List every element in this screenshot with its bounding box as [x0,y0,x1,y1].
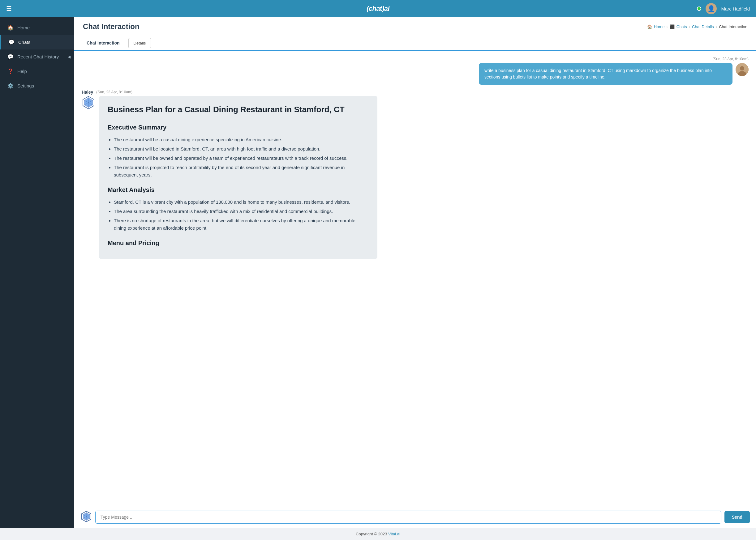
svg-point-1 [740,66,744,70]
send-button[interactable]: Send [724,511,750,523]
chat-icon: 💬 [8,39,15,45]
ai-time: (Sun, 23 Apr, 8:10am) [96,90,132,94]
breadcrumb-chats-link[interactable]: Chats [676,24,687,29]
footer-text: Copyright © 2023 [356,532,388,536]
home-icon: 🏠 [7,25,14,31]
list-item: There is no shortage of restaurants in t… [114,217,369,232]
history-icon: 💬 [7,54,14,60]
sidebar-item-recent[interactable]: 💬 Recent Chat History ◀ [0,50,74,64]
message-input[interactable] [95,511,721,524]
sidebar-item-label: Chats [18,40,30,45]
chat-tabs: Chat Interaction Details [74,36,756,51]
ai-message-header: Haley (Sun, 23 Apr, 8:10am) [82,90,749,94]
sidebar-item-label: Home [17,25,30,30]
sidebar-item-label: Help [17,68,27,74]
sidebar-item-chats[interactable]: 💬 Chats [0,35,74,50]
tab-details-button[interactable]: Details [128,38,151,48]
breadcrumb-chatdetails-link[interactable]: Chat Details [692,24,714,29]
ai-response-title: Business Plan for a Casual Dining Restau… [108,103,369,116]
ai-message-row: Business Plan for a Casual Dining Restau… [82,96,749,259]
breadcrumb: 🏠 Home › ⬛ Chats › Chat Details › Chat I… [647,24,747,29]
ai-name: Haley [82,90,93,94]
sidebar: 🏠 Home 💬 Chats 💬 Recent Chat History ◀ ❓… [0,17,74,528]
footer-link[interactable]: Vital.ai [388,532,400,536]
breadcrumb-current: Chat Interaction [719,24,747,29]
navbar: ☰ (chat)ai 👤 Marc Hadfield [0,0,756,17]
collapse-icon: ◀ [68,55,71,59]
ai-message-wrapper: Haley (Sun, 23 Apr, 8:10am) [82,90,749,259]
help-icon: ❓ [7,68,14,74]
brand-logo: (chat)ai [367,5,389,12]
user-avatar [736,63,749,76]
breadcrumb-sep-2: › [689,24,690,29]
user-message-wrapper: (Sun, 23 Apr, 8:10am) write a business p… [82,57,749,85]
ai-section-menu-pricing: Menu and Pricing [108,238,369,248]
chat-input-area: Send [74,506,756,528]
breadcrumb-sep-1: › [666,24,667,29]
list-item: The restaurant will be a casual dining e… [114,136,369,143]
online-status-dot [697,7,701,11]
navbar-right: 👤 Marc Hadfield [697,3,750,14]
sidebar-item-label: Recent Chat History [17,54,59,59]
ai-section-executive-summary-list: The restaurant will be a casual dining e… [108,136,369,179]
list-item: The restaurant will be located in Stamfo… [114,145,369,153]
list-item: The area surrounding the restaurant is h… [114,208,369,215]
chat-panel: Chat Interaction Details (Sun, 23 Apr, 8… [74,36,756,528]
settings-icon: ⚙️ [7,83,14,89]
main-layout: 🏠 Home 💬 Chats 💬 Recent Chat History ◀ ❓… [0,17,756,528]
content-area: Chat Interaction 🏠 Home › ⬛ Chats › Chat… [74,17,756,528]
breadcrumb-sep-3: › [716,24,717,29]
chat-messages: (Sun, 23 Apr, 8:10am) write a business p… [74,51,756,506]
page-title: Chat Interaction [83,22,139,31]
page-header: Chat Interaction 🏠 Home › ⬛ Chats › Chat… [74,17,756,36]
ai-section-market-analysis-list: Stamford, CT is a vibrant city with a po… [108,199,369,232]
list-item: Stamford, CT is a vibrant city with a po… [114,199,369,206]
breadcrumb-home-link[interactable]: Home [654,24,665,29]
sidebar-item-help[interactable]: ❓ Help [0,64,74,78]
ai-section-market-analysis: Market Analysis [108,185,369,195]
user-message-time: (Sun, 23 Apr, 8:10am) [712,57,749,61]
ai-message-content: Business Plan for a Casual Dining Restau… [99,96,377,259]
sidebar-item-settings[interactable]: ⚙️ Settings [0,78,74,93]
user-message-row: write a business plan for a casual dinin… [479,63,749,85]
sidebar-item-home[interactable]: 🏠 Home [0,20,74,35]
user-message-bubble: write a business plan for a casual dinin… [479,63,732,85]
breadcrumb-home-icon: 🏠 [647,24,652,29]
footer: Copyright © 2023 Vital.ai [0,528,756,540]
breadcrumb-chats-icon: ⬛ [670,24,675,29]
list-item: The restaurant will be owned and operate… [114,155,369,162]
ai-section-executive-summary: Executive Summary [108,122,369,132]
input-ai-icon [81,511,92,524]
list-item: The restaurant is projected to reach pro… [114,164,369,179]
tab-chat-interaction[interactable]: Chat Interaction [81,36,126,51]
username-label: Marc Hadfield [721,6,750,11]
avatar: 👤 [705,3,717,14]
sidebar-item-label: Settings [17,83,34,88]
hamburger-icon[interactable]: ☰ [6,5,12,12]
ai-avatar [82,96,95,109]
